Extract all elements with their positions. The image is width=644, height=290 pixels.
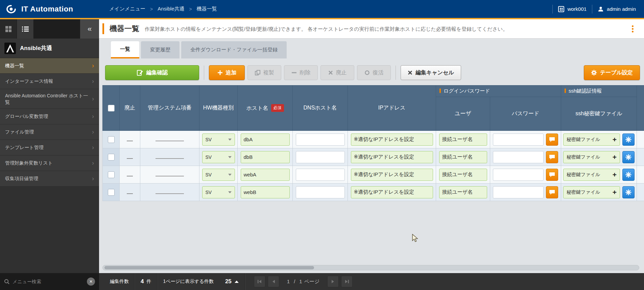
ssh-key-action-button[interactable]: [622, 169, 635, 181]
toolbar: 編集確認 追加 複製: [105, 65, 640, 80]
row-checkbox[interactable]: [108, 136, 115, 143]
breadcrumb-separator-icon: >: [189, 6, 192, 12]
ip-address-input[interactable]: [351, 151, 433, 163]
circle-icon: [364, 70, 370, 75]
tab-change-history[interactable]: 変更履歴: [141, 41, 180, 58]
first-page-button[interactable]: [254, 276, 265, 287]
chevron-right-icon: ›: [92, 175, 94, 182]
password-input[interactable]: [493, 186, 544, 198]
user-input[interactable]: [439, 186, 487, 198]
sidebar-item-file-management[interactable]: ファイル管理 ›: [0, 124, 99, 140]
header-divider: [552, 5, 553, 14]
dns-host-input[interactable]: [296, 134, 345, 146]
select-all-checkbox[interactable]: [108, 105, 115, 112]
tab-download-upload[interactable]: 全件ダウンロード・ファイル一括登録: [181, 41, 287, 58]
page-menu-button[interactable]: [626, 23, 639, 35]
row-checkbox[interactable]: [108, 171, 115, 178]
menu-search-bar: ✕: [0, 273, 99, 290]
last-page-icon: [344, 279, 349, 284]
row-checkbox[interactable]: [108, 189, 115, 196]
ssh-key-file-select[interactable]: 秘密鍵ファイル+: [563, 134, 620, 146]
dns-host-input[interactable]: [296, 169, 345, 181]
user-input[interactable]: [439, 151, 487, 163]
table-row: SV 秘密鍵ファイル+: [103, 166, 644, 184]
horizontal-scrollbar-thumb[interactable]: [104, 266, 314, 269]
edit-count-label: 編集件数: [104, 279, 134, 285]
col-header-system-no: 管理システム項番: [140, 86, 199, 131]
sidebar-item-device-list[interactable]: 機器一覧 ›: [0, 58, 99, 74]
dns-host-input[interactable]: [296, 186, 345, 198]
edit-cancel-button[interactable]: 編集キャンセル: [401, 65, 461, 80]
hw-type-select[interactable]: SV: [202, 169, 235, 181]
workspace-menu[interactable]: work001: [558, 6, 587, 12]
sidebar-tab-menu-list[interactable]: [17, 19, 34, 39]
ip-address-input[interactable]: [351, 186, 433, 198]
hw-type-select[interactable]: SV: [202, 151, 235, 163]
asterisk-icon: [625, 137, 631, 143]
edit-confirm-button[interactable]: 編集確認: [105, 65, 199, 80]
system-number-placeholder: [156, 158, 184, 159]
plus-icon: +: [613, 136, 617, 143]
plus-icon: +: [613, 171, 617, 178]
menu-search-clear-button[interactable]: ✕: [87, 277, 95, 286]
host-name-input[interactable]: [241, 151, 290, 163]
dns-host-input[interactable]: [296, 151, 345, 163]
edit-check-icon: [137, 69, 143, 76]
ssh-key-file-select[interactable]: 秘密鍵ファイル+: [563, 151, 620, 163]
password-input[interactable]: [493, 151, 544, 163]
sidebar-tab-menu-grid[interactable]: [0, 19, 17, 39]
sidebar-collapse-button[interactable]: «: [80, 19, 99, 39]
add-button[interactable]: 追加: [209, 65, 245, 80]
page-accent-bar: [102, 23, 104, 34]
close-icon: ✕: [89, 279, 93, 284]
sidebar-item-global-variable-management[interactable]: グローバル変数管理 ›: [0, 109, 99, 124]
page-description: 作業対象ホストの情報をメンテナンス(閲覧/登録/更新/廃止)できます。 各オーケ…: [145, 25, 508, 32]
ssh-key-action-button[interactable]: [622, 186, 635, 198]
password-comment-button[interactable]: [546, 134, 558, 146]
sidebar-item-interface-info[interactable]: インターフェース情報 ›: [0, 74, 99, 89]
ssh-key-action-button[interactable]: [622, 151, 635, 163]
breadcrumb: メインメニュー > Ansible共通 > 機器一覧: [99, 6, 217, 12]
breadcrumb-item-ansible-common[interactable]: Ansible共通: [158, 6, 184, 12]
password-comment-button[interactable]: [546, 151, 558, 163]
sidebar-item-collection-item-value-management[interactable]: 収集項目値管理 ›: [0, 171, 99, 187]
ssh-key-file-select[interactable]: 秘密鍵ファイル+: [563, 169, 620, 181]
row-checkbox[interactable]: [108, 154, 115, 161]
ssh-key-action-button[interactable]: [622, 134, 635, 146]
caret-down-icon: [228, 174, 232, 176]
prev-page-button[interactable]: [268, 276, 279, 287]
host-name-input[interactable]: [241, 186, 290, 198]
host-name-input[interactable]: [241, 169, 290, 181]
user-menu[interactable]: admin admin: [598, 6, 636, 12]
chevron-right-icon: ›: [92, 78, 94, 85]
table-settings-button[interactable]: テーブル設定: [584, 65, 640, 80]
password-comment-button[interactable]: [546, 186, 558, 198]
hw-type-select[interactable]: SV: [202, 134, 235, 146]
ansible-logo-icon: [4, 43, 16, 54]
user-input[interactable]: [439, 134, 487, 146]
col-header-host-name: ホスト名必須: [238, 86, 293, 131]
search-icon: [4, 279, 9, 284]
password-comment-button[interactable]: [546, 169, 558, 181]
accent-bar-icon: [439, 89, 441, 93]
tab-list[interactable]: 一覧: [111, 41, 139, 58]
next-page-button[interactable]: [327, 276, 339, 287]
host-name-input[interactable]: [241, 134, 290, 146]
per-page-select[interactable]: 25: [219, 273, 245, 290]
chevron-right-icon: ›: [92, 128, 94, 136]
breadcrumb-item-main-menu[interactable]: メインメニュー: [109, 6, 145, 12]
user-input[interactable]: [439, 169, 487, 181]
user-name: admin admin: [607, 6, 636, 12]
ip-address-input[interactable]: [351, 134, 433, 146]
password-input[interactable]: [493, 169, 544, 181]
last-page-button[interactable]: [341, 276, 353, 287]
plus-icon: +: [613, 189, 617, 196]
ip-address-input[interactable]: [351, 169, 433, 181]
sidebar-item-excluded-variable-list[interactable]: 管理対象外変数リスト ›: [0, 155, 99, 171]
sidebar-item-template-management[interactable]: テンプレート管理 ›: [0, 140, 99, 155]
menu-search-input[interactable]: [13, 279, 84, 284]
hw-type-select[interactable]: SV: [202, 186, 235, 198]
sidebar-item-ansible-automation-controller-hosts[interactable]: Ansible Automation Controller ホスト一覧 ›: [0, 89, 99, 109]
ssh-key-file-select[interactable]: 秘密鍵ファイル+: [563, 186, 620, 198]
password-input[interactable]: [493, 134, 544, 146]
